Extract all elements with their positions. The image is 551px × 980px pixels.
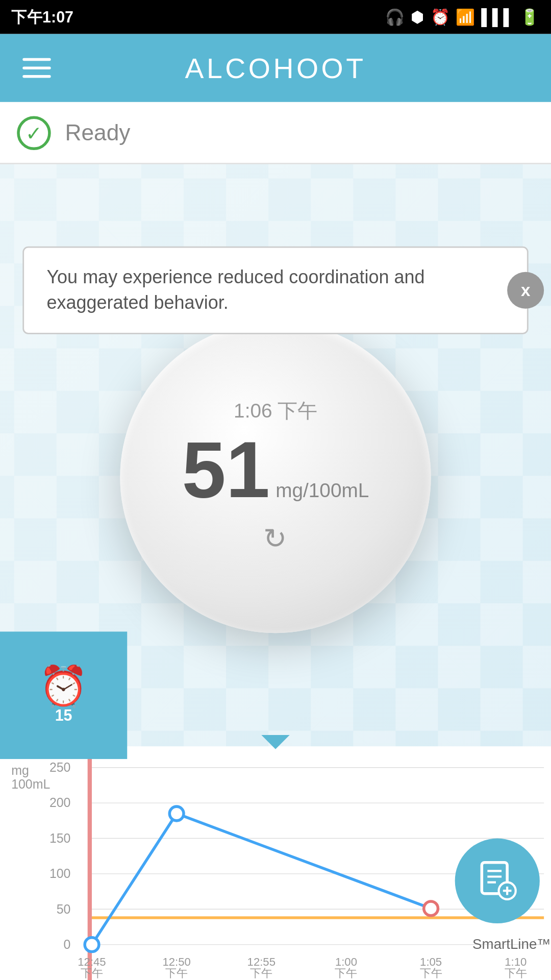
signal1-icon: ▌▌▌ bbox=[481, 9, 514, 26]
main-content: You may experience reduced coordination … bbox=[0, 164, 551, 759]
svg-text:下午: 下午 bbox=[335, 967, 357, 979]
gauge-unit: mg/100mL bbox=[276, 479, 369, 501]
ready-check-icon: ✓ bbox=[17, 115, 51, 150]
wifi-icon: 📶 bbox=[456, 8, 475, 26]
chart-area: mg 100mL 250 200 150 100 50 0 bbox=[0, 746, 551, 980]
svg-text:50: 50 bbox=[57, 902, 71, 916]
svg-point-16 bbox=[85, 938, 99, 952]
svg-text:200: 200 bbox=[49, 795, 71, 810]
svg-text:100: 100 bbox=[49, 866, 71, 880]
refresh-button[interactable]: ↻ bbox=[263, 521, 287, 555]
tooltip-popup: You may experience reduced coordination … bbox=[22, 247, 528, 335]
svg-point-18 bbox=[424, 901, 438, 916]
smartline-label: SmartLine™ bbox=[472, 936, 551, 952]
gauge-circle: 1:06 下午 51 mg/100mL ↻ bbox=[120, 322, 431, 633]
svg-text:100mL: 100mL bbox=[11, 777, 50, 791]
alarm-icon-container: ⏰ 15 bbox=[39, 667, 88, 724]
alarm-status-icon: ⏰ bbox=[431, 8, 450, 26]
headphone-icon: 🎧 bbox=[385, 8, 405, 26]
bluetooth-icon: ⬢ bbox=[411, 8, 425, 26]
ready-label: Ready bbox=[65, 119, 130, 145]
svg-text:250: 250 bbox=[49, 760, 71, 774]
smartline-button[interactable] bbox=[455, 839, 540, 923]
svg-text:下午: 下午 bbox=[165, 967, 188, 979]
tooltip-close-button[interactable]: x bbox=[507, 272, 544, 309]
alarm-badge: 15 bbox=[55, 707, 72, 724]
ready-bar: ✓ Ready bbox=[0, 102, 551, 164]
hamburger-button[interactable] bbox=[22, 58, 51, 78]
svg-text:150: 150 bbox=[49, 831, 71, 845]
svg-text:下午: 下午 bbox=[420, 967, 442, 979]
alarm-clock-icon: ⏰ bbox=[39, 667, 88, 707]
hamburger-line-2 bbox=[22, 66, 51, 69]
gauge-container: 1:06 下午 51 mg/100mL ↻ bbox=[120, 322, 431, 633]
svg-text:下午: 下午 bbox=[250, 967, 272, 979]
gauge-value: 51 mg/100mL bbox=[182, 430, 369, 509]
battery-icon: 🔋 bbox=[520, 8, 540, 26]
hamburger-line-3 bbox=[22, 75, 51, 78]
status-time: 下午1:07 bbox=[11, 6, 73, 28]
svg-text:下午: 下午 bbox=[81, 967, 103, 979]
smartline-icon bbox=[476, 860, 518, 902]
gauge-number: 51 bbox=[182, 430, 270, 509]
app-bar: ALCOHOOT bbox=[0, 34, 551, 102]
tooltip-message: You may experience reduced coordination … bbox=[46, 266, 424, 313]
status-icons: 🎧 ⬢ ⏰ 📶 ▌▌▌ 🔋 bbox=[385, 8, 540, 26]
svg-text:下午: 下午 bbox=[505, 967, 527, 979]
svg-text:0: 0 bbox=[64, 937, 71, 951]
svg-point-17 bbox=[169, 806, 184, 821]
svg-text:mg: mg bbox=[11, 763, 29, 777]
hamburger-line-1 bbox=[22, 58, 51, 61]
alarm-button[interactable]: ⏰ 15 bbox=[0, 631, 127, 759]
gauge-time: 1:06 下午 bbox=[234, 399, 317, 425]
app-title: ALCOHOOT bbox=[185, 52, 366, 84]
status-bar: 下午1:07 🎧 ⬢ ⏰ 📶 ▌▌▌ 🔋 bbox=[0, 0, 551, 34]
